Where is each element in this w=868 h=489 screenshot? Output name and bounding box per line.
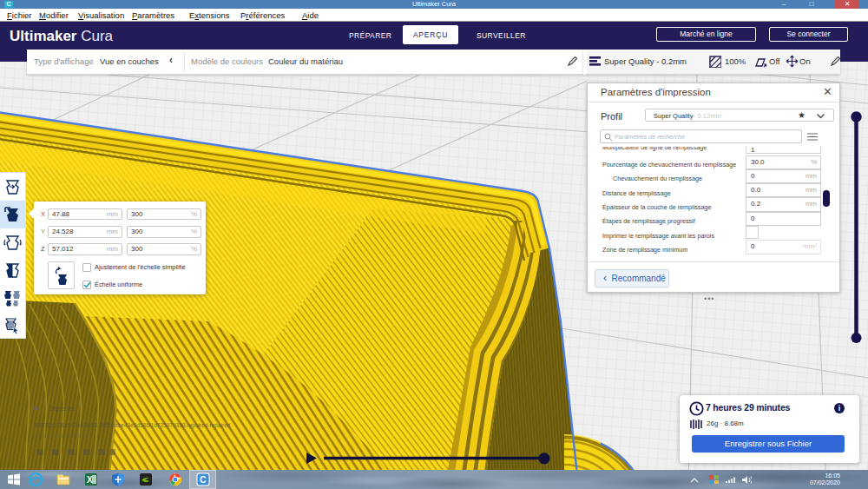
svg-text:X: X [87, 475, 93, 485]
svg-text:Object list: Object list [49, 406, 75, 413]
svg-text:4ff670c0-36cf-47ed-8cb8-1b5dca: 4ff670c0-36cf-47ed-8cb8-1b5dcabe43e5d586… [35, 422, 231, 429]
svg-text:C: C [200, 474, 207, 485]
svg-text:22.9 x 24.4 x 57.0 mm: 22.9 x 24.4 x 57.0 mm [35, 433, 90, 439]
